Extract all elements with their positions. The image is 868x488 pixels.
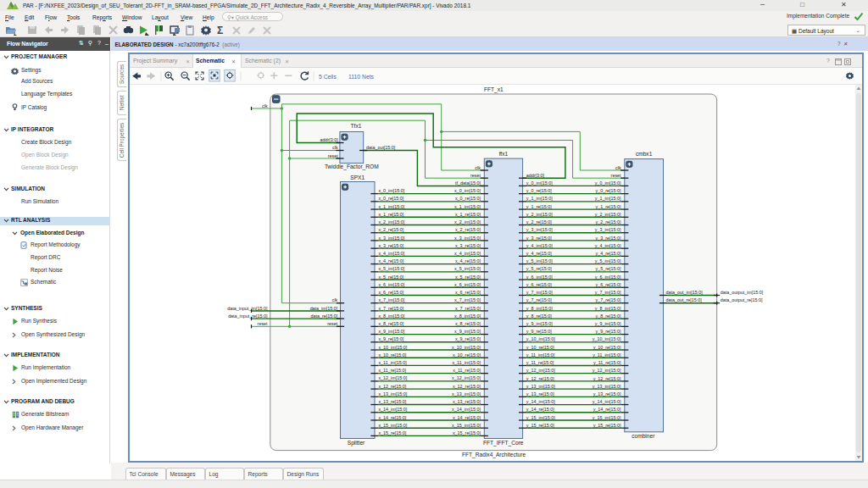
svg-text:x_0_im[15:0]: x_0_im[15:0] xyxy=(378,188,404,193)
svg-text:x_1_im[15:0]: x_1_im[15:0] xyxy=(454,204,481,209)
svg-text:x_6_im[15:0]: x_6_im[15:0] xyxy=(378,282,404,287)
svg-text:clk: clk xyxy=(332,297,338,302)
svg-text:reset: reset xyxy=(327,321,337,326)
svg-text:x_8_im[15:0]: x_8_im[15:0] xyxy=(454,313,481,319)
svg-text:x_11_im[15:0]: x_11_im[15:0] xyxy=(452,360,481,365)
svg-text:y_5_re[15:0]: y_5_re[15:0] xyxy=(596,266,621,271)
svg-text:y_14_im[15:0]: y_14_im[15:0] xyxy=(593,399,621,404)
svg-text:y_9_im[15:0]: y_9_im[15:0] xyxy=(595,321,621,326)
svg-text:x_12_re[15:0]: x_12_re[15:0] xyxy=(453,384,481,389)
svg-text:y_3_re[15:0]: y_3_re[15:0] xyxy=(526,236,552,241)
svg-text:ffx1: ffx1 xyxy=(499,151,509,157)
svg-text:x_15_im[15:0]: x_15_im[15:0] xyxy=(378,423,407,428)
svg-text:y_14_re[15:0]: y_14_re[15:0] xyxy=(593,407,621,412)
svg-text:x_6_re[15:0]: x_6_re[15:0] xyxy=(455,290,481,295)
svg-text:clk: clk xyxy=(475,165,481,170)
svg-text:x_5_re[15:0]: x_5_re[15:0] xyxy=(378,274,403,280)
svg-text:x_2_im[15:0]: x_2_im[15:0] xyxy=(454,219,481,225)
svg-text:x_3_im[15:0]: x_3_im[15:0] xyxy=(454,236,481,241)
svg-text:y_0_re[15:0]: y_0_re[15:0] xyxy=(526,188,552,193)
svg-text:x_4_re[15:0]: x_4_re[15:0] xyxy=(455,258,481,263)
svg-text:x_4_im[15:0]: x_4_im[15:0] xyxy=(378,251,404,256)
svg-text:y_9_re[15:0]: y_9_re[15:0] xyxy=(596,329,621,334)
svg-text:data_input_re[15:0]: data_input_re[15:0] xyxy=(228,313,268,319)
svg-text:x_13_re[15:0]: x_13_re[15:0] xyxy=(453,399,481,404)
svg-text:x_12_im[15:0]: x_12_im[15:0] xyxy=(378,375,407,380)
svg-text:x_13_re[15:0]: x_13_re[15:0] xyxy=(378,399,406,404)
svg-text:y_6_im[15:0]: y_6_im[15:0] xyxy=(595,274,621,280)
svg-text:y_4_im[15:0]: y_4_im[15:0] xyxy=(526,243,553,248)
svg-text:data_input_im[15:0]: data_input_im[15:0] xyxy=(227,306,268,311)
svg-text:x_5_re[15:0]: x_5_re[15:0] xyxy=(455,274,481,280)
svg-text:y_0_re[15:0]: y_0_re[15:0] xyxy=(596,188,621,193)
svg-text:x_3_re[15:0]: x_3_re[15:0] xyxy=(455,243,481,248)
svg-text:Twiddle_Factor_ROM: Twiddle_Factor_ROM xyxy=(325,164,379,170)
svg-text:x_2_re[15:0]: x_2_re[15:0] xyxy=(455,227,481,232)
svg-text:combiner: combiner xyxy=(632,433,655,439)
svg-text:x_10_re[15:0]: x_10_re[15:0] xyxy=(378,352,406,358)
svg-text:y_10_re[15:0]: y_10_re[15:0] xyxy=(526,345,554,350)
svg-text:x_9_re[15:0]: x_9_re[15:0] xyxy=(378,336,403,341)
svg-text:y_8_re[15:0]: y_8_re[15:0] xyxy=(526,313,552,319)
svg-text:FFT_Radix4_Architecture: FFT_Radix4_Architecture xyxy=(462,452,526,458)
svg-text:y_15_re[15:0]: y_15_re[15:0] xyxy=(593,423,621,428)
svg-text:x_2_im[15:0]: x_2_im[15:0] xyxy=(378,219,404,225)
svg-text:y_13_re[15:0]: y_13_re[15:0] xyxy=(526,391,554,396)
svg-text:Tfx1: Tfx1 xyxy=(351,123,362,129)
svg-text:x_5_im[15:0]: x_5_im[15:0] xyxy=(378,266,404,271)
svg-text:FFT_x1: FFT_x1 xyxy=(484,86,504,93)
svg-text:y_8_re[15:0]: y_8_re[15:0] xyxy=(596,313,621,319)
svg-text:x_10_im[15:0]: x_10_im[15:0] xyxy=(378,345,407,350)
svg-text:x_1_re[15:0]: x_1_re[15:0] xyxy=(378,212,403,217)
svg-text:y_4_im[15:0]: y_4_im[15:0] xyxy=(595,243,621,248)
svg-text:x_14_im[15:0]: x_14_im[15:0] xyxy=(452,407,481,412)
svg-text:x_8_re[15:0]: x_8_re[15:0] xyxy=(378,321,403,326)
svg-text:x_0_re[15:0]: x_0_re[15:0] xyxy=(378,196,403,201)
svg-text:y_4_re[15:0]: y_4_re[15:0] xyxy=(526,251,552,256)
svg-text:y_7_im[15:0]: y_7_im[15:0] xyxy=(526,290,553,295)
svg-text:x_13_im[15:0]: x_13_im[15:0] xyxy=(452,391,481,396)
svg-text:y_8_im[15:0]: y_8_im[15:0] xyxy=(595,306,621,311)
svg-text:y_1_re[15:0]: y_1_re[15:0] xyxy=(596,204,621,209)
svg-text:x_6_im[15:0]: x_6_im[15:0] xyxy=(454,282,481,287)
svg-text:x_5_im[15:0]: x_5_im[15:0] xyxy=(454,266,481,271)
svg-text:x_2_re[15:0]: x_2_re[15:0] xyxy=(378,227,403,232)
svg-text:y_12_im[15:0]: y_12_im[15:0] xyxy=(593,368,621,373)
svg-text:y_15_im[15:0]: y_15_im[15:0] xyxy=(526,415,555,420)
svg-text:data_output_im[15:0]: data_output_im[15:0] xyxy=(721,290,764,295)
svg-text:y_12_re[15:0]: y_12_re[15:0] xyxy=(526,376,554,381)
svg-text:y_1_im[15:0]: y_1_im[15:0] xyxy=(595,196,621,201)
svg-text:y_1_re[15:0]: y_1_re[15:0] xyxy=(526,204,552,209)
svg-text:y_13_im[15:0]: y_13_im[15:0] xyxy=(526,384,555,389)
svg-text:x_8_re[15:0]: x_8_re[15:0] xyxy=(455,321,481,326)
svg-text:x_0_im[15:0]: x_0_im[15:0] xyxy=(454,188,481,193)
svg-text:tf_data[15:0]: tf_data[15:0] xyxy=(455,180,481,186)
svg-text:y_2_im[15:0]: y_2_im[15:0] xyxy=(526,212,553,217)
svg-text:x_3_im[15:0]: x_3_im[15:0] xyxy=(378,236,404,241)
svg-text:y_5_im[15:0]: y_5_im[15:0] xyxy=(595,258,621,263)
svg-text:data_out[15:0]: data_out[15:0] xyxy=(366,145,396,150)
svg-text:y_0_im[15:0]: y_0_im[15:0] xyxy=(595,180,621,186)
svg-text:x_15_im[15:0]: x_15_im[15:0] xyxy=(452,423,481,428)
svg-text:y_7_re[15:0]: y_7_re[15:0] xyxy=(526,297,552,302)
svg-text:y_8_im[15:0]: y_8_im[15:0] xyxy=(526,306,553,311)
svg-text:x_10_im[15:0]: x_10_im[15:0] xyxy=(452,345,481,350)
svg-text:x_1_im[15:0]: x_1_im[15:0] xyxy=(378,204,404,209)
svg-text:x_7_im[15:0]: x_7_im[15:0] xyxy=(378,297,404,302)
svg-text:reset: reset xyxy=(470,173,481,178)
svg-text:x_12_re[15:0]: x_12_re[15:0] xyxy=(378,384,406,389)
svg-text:y_14_im[15:0]: y_14_im[15:0] xyxy=(526,399,555,404)
svg-text:y_11_im[15:0]: y_11_im[15:0] xyxy=(526,352,555,358)
svg-text:FFT_IFFT_Core: FFT_IFFT_Core xyxy=(483,440,524,446)
svg-text:addr[3:0]: addr[3:0] xyxy=(526,173,545,178)
svg-text:y_15_im[15:0]: y_15_im[15:0] xyxy=(593,415,621,420)
svg-text:x_4_re[15:0]: x_4_re[15:0] xyxy=(378,258,403,263)
svg-text:y_1_im[15:0]: y_1_im[15:0] xyxy=(526,196,553,201)
svg-text:data_im[15:0]: data_im[15:0] xyxy=(310,306,338,311)
svg-text:y_15_re[15:0]: y_15_re[15:0] xyxy=(526,423,554,428)
svg-text:SPX1: SPX1 xyxy=(350,175,364,180)
svg-text:y_12_re[15:0]: y_12_re[15:0] xyxy=(593,376,621,381)
svg-text:y_2_re[15:0]: y_2_re[15:0] xyxy=(596,219,621,225)
svg-text:x_7_re[15:0]: x_7_re[15:0] xyxy=(455,306,481,311)
svg-text:y_13_re[15:0]: y_13_re[15:0] xyxy=(593,391,621,396)
